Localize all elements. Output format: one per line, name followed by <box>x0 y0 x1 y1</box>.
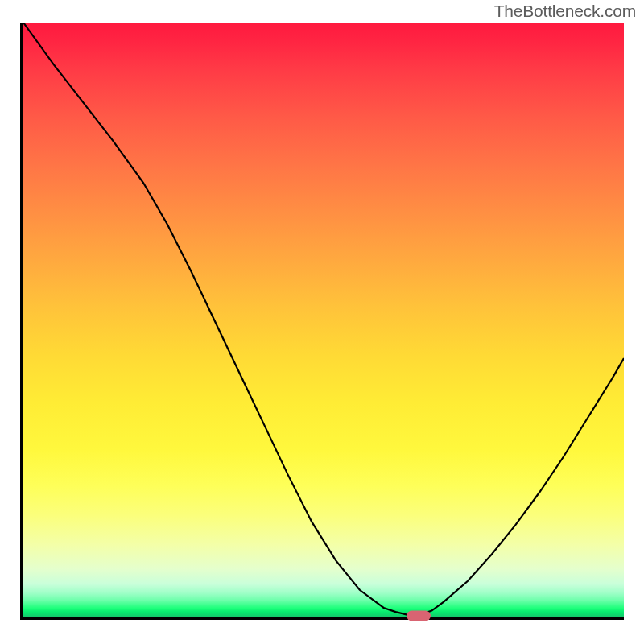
optimal-marker <box>407 610 431 621</box>
plot-area <box>20 23 624 620</box>
bottleneck-curve <box>23 23 624 617</box>
watermark-text: TheBottleneck.com <box>494 2 636 21</box>
